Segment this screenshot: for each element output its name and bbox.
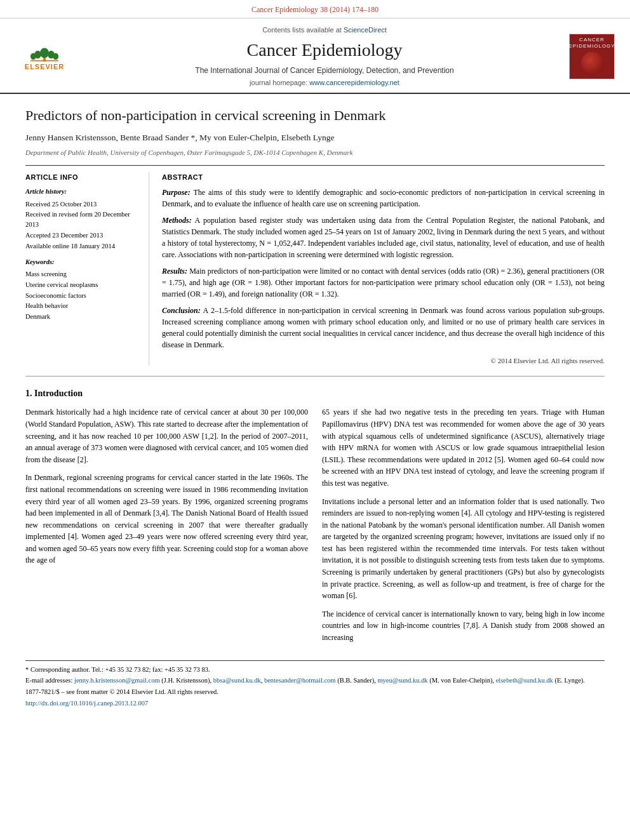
homepage-label: journal homepage: — [250, 79, 307, 86]
results-label: Results: — [162, 267, 187, 276]
keyword-1: Mass screening — [25, 269, 141, 279]
body-para-4: Invitations include a personal letter an… — [322, 496, 605, 602]
email-link-4[interactable]: myeu@sund.ku.dk — [377, 677, 427, 684]
svg-point-1 — [40, 48, 49, 58]
svg-point-4 — [30, 53, 36, 60]
body-para-3: 65 years if she had two negative tests i… — [322, 406, 605, 489]
keywords-label: Keywords: — [25, 257, 141, 267]
keyword-5: Denmark — [25, 312, 141, 322]
keyword-2: Uterine cervical neoplasms — [25, 280, 141, 290]
email-line: E-mail addresses: jenny.h.kristensson@gm… — [25, 676, 605, 686]
abstract-purpose: Purpose: The aims of this study were to … — [162, 187, 605, 210]
body-left-column: Denmark historically had a high incidenc… — [25, 406, 308, 650]
received-date: Received 25 October 2013 — [25, 199, 141, 210]
article-title: Predictors of non-participation in cervi… — [25, 107, 605, 125]
journal-title-area: Contents lists available at ScienceDirec… — [89, 25, 560, 88]
email-link-3[interactable]: bentesander@hotmail.com — [264, 677, 336, 684]
sciencedirect-label: Contents lists available at — [262, 26, 342, 34]
authors-line: Jenny Hansen Kristensson, Bente Braad Sa… — [25, 131, 605, 144]
purpose-text: The aims of this study were to identify … — [162, 188, 605, 208]
homepage-link[interactable]: www.cancerepidemiology.net — [309, 79, 399, 86]
journal-homepage: journal homepage: www.cancerepidemiology… — [89, 77, 560, 88]
cancer-logo: cancerEPIDEMIOLOGY — [569, 34, 615, 79]
issn-line: 1877-7821/$ – see front matter © 2014 El… — [25, 687, 605, 697]
email-link-1[interactable]: jenny.h.kristensson@gmail.com — [74, 677, 160, 684]
body-para-2: In Denmark, regional screening programs … — [25, 472, 308, 566]
corresponding-note: * Corresponding author. Tel.: +45 35 32 … — [25, 665, 605, 675]
email-link-2[interactable]: bbsa@sund.ku.dk — [213, 677, 261, 684]
journal-topbar: Cancer Epidemiology 38 (2014) 174–180 — [0, 0, 630, 18]
body-two-column: Denmark historically had a high incidenc… — [25, 406, 605, 650]
section-divider — [25, 376, 605, 377]
results-text: Main predictors of non-participation wer… — [162, 267, 605, 298]
conclusion-text: A 2–1.5-fold difference in non-participa… — [162, 306, 605, 349]
elsevier-logo: ELSEVIER — [13, 41, 76, 72]
accepted-date: Accepted 23 December 2013 — [25, 230, 141, 241]
journal-title: Cancer Epidemiology — [89, 37, 560, 63]
methods-label: Methods: — [162, 216, 192, 225]
body-para-1: Denmark historically had a high incidenc… — [25, 406, 308, 465]
abstract-methods: Methods: A population based register stu… — [162, 215, 605, 260]
abstract-column: ABSTRACT Purpose: The aims of this study… — [162, 172, 605, 366]
authors-text: Jenny Hansen Kristensson, Bente Braad Sa… — [25, 133, 334, 142]
journal-subtitle: The International Journal of Cancer Epid… — [89, 65, 560, 76]
footer-section: * Corresponding author. Tel.: +45 35 32 … — [25, 660, 605, 709]
revised-date: Received in revised form 20 December 201… — [25, 210, 141, 230]
doi-line: http://dx.doi.org/10.1016/j.canep.2013.1… — [25, 698, 605, 709]
abstract-heading: ABSTRACT — [162, 172, 605, 183]
body-para-5: The incidence of cervical cancer is inte… — [322, 608, 605, 644]
info-abstract-section: ARTICLE INFO Article history: Received 2… — [25, 165, 605, 366]
sciencedirect-info: Contents lists available at ScienceDirec… — [89, 25, 560, 36]
abstract-conclusion: Conclusion: A 2–1.5-fold difference in n… — [162, 305, 605, 350]
purpose-label: Purpose: — [162, 188, 191, 197]
cancer-logo-circle-icon — [581, 51, 603, 74]
email-label: E-mail addresses: — [25, 677, 72, 684]
article-info-column: ARTICLE INFO Article history: Received 2… — [25, 172, 149, 366]
sciencedirect-link[interactable]: ScienceDirect — [344, 26, 387, 34]
elsevier-logo-area: ELSEVIER — [13, 41, 83, 72]
elsevier-label: ELSEVIER — [25, 62, 64, 72]
body-right-column: 65 years if she had two negative tests i… — [322, 406, 605, 650]
page-wrapper: Cancer Epidemiology 38 (2014) 174–180 EL… — [0, 0, 630, 723]
email-link-5[interactable]: elsebeth@sund.ku.dk — [496, 677, 553, 684]
available-date: Available online 18 January 2014 — [25, 241, 141, 251]
elsevier-tree-icon — [25, 41, 64, 62]
abstract-results: Results: Main predictors of non-particip… — [162, 265, 605, 300]
keyword-4: Health behavior — [25, 301, 141, 311]
conclusion-label: Conclusion: — [162, 306, 201, 315]
journal-header: ELSEVIER Contents lists available at Sci… — [0, 18, 630, 94]
affiliation: Department of Public Health, University … — [25, 147, 605, 158]
history-label: Article history: — [25, 187, 141, 197]
copyright: © 2014 Elsevier Ltd. All rights reserved… — [162, 356, 605, 366]
cancer-logo-text: cancerEPIDEMIOLOGY — [568, 37, 615, 49]
intro-section-title: 1. Introduction — [25, 387, 605, 400]
article-info-heading: ARTICLE INFO — [25, 172, 141, 183]
topbar-text: Cancer Epidemiology 38 (2014) 174–180 — [251, 5, 379, 14]
keywords-section: Keywords: Mass screening Uterine cervica… — [25, 257, 141, 322]
doi-link[interactable]: http://dx.doi.org/10.1016/j.canep.2013.1… — [25, 700, 148, 707]
svg-point-5 — [53, 53, 58, 60]
keyword-3: Socioeconomic factors — [25, 291, 141, 301]
main-content: Predictors of non-participation in cervi… — [0, 94, 630, 723]
cancer-logo-area: cancerEPIDEMIOLOGY — [566, 34, 617, 79]
methods-text: A population based register study was un… — [162, 216, 605, 259]
